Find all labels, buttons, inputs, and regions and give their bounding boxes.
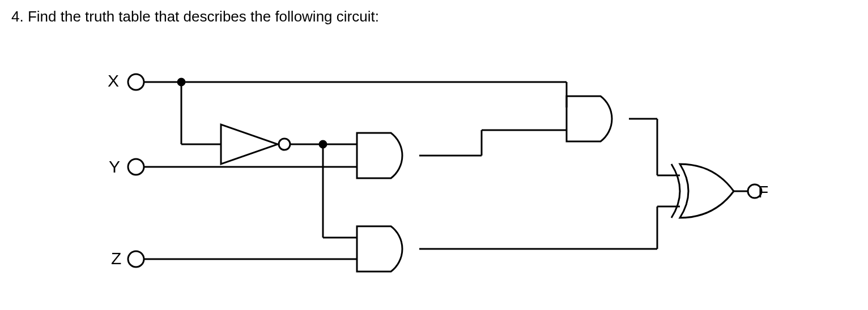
output-terminal-f xyxy=(748,184,761,198)
xor-gate-body-icon xyxy=(680,164,734,218)
question-text-body: Find the truth table that describes the … xyxy=(28,8,379,25)
question-number: 4. xyxy=(11,8,24,25)
xor-gate-back-arc-icon xyxy=(671,164,680,218)
and-gate-1-icon xyxy=(357,133,402,178)
and-gate-3-icon xyxy=(567,96,612,141)
not-bubble-icon xyxy=(279,139,290,150)
input-terminal-y xyxy=(128,159,144,175)
input-terminal-z xyxy=(128,251,144,267)
question-prompt: 4. Find the truth table that describes t… xyxy=(11,8,379,25)
logic-circuit-diagram xyxy=(85,57,765,294)
not-gate-icon xyxy=(221,124,278,164)
and-gate-2-icon xyxy=(357,226,402,272)
input-terminal-x xyxy=(128,74,144,90)
